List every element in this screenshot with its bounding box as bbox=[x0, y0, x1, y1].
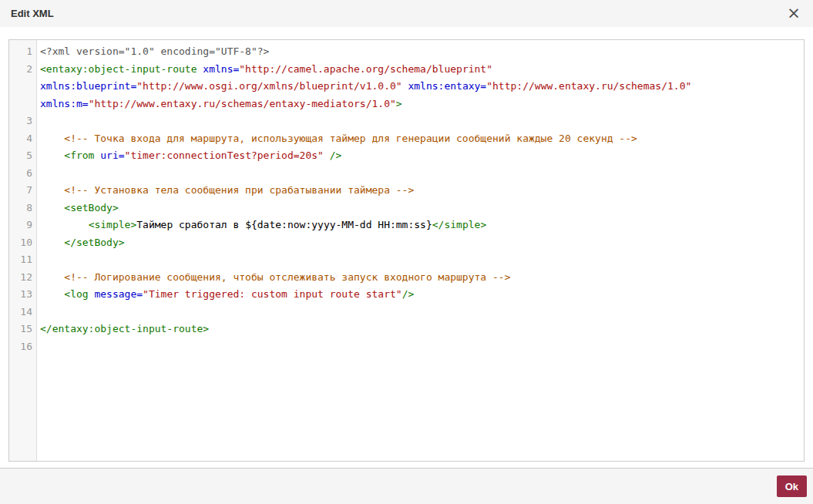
line-number: 1 bbox=[9, 43, 37, 61]
line-number: 8 bbox=[9, 200, 37, 217]
code-line[interactable]: 5 <from uri="timer:connectionTest?period… bbox=[9, 147, 804, 165]
code-line[interactable]: 1<?xml version="1.0" encoding="UTF-8"?> bbox=[9, 43, 804, 61]
code-line-text: <!-- Логирование сообщения, чтобы отслеж… bbox=[37, 269, 804, 287]
dialog-header: Edit XML × bbox=[0, 0, 813, 27]
dialog-body: 1<?xml version="1.0" encoding="UTF-8"?>2… bbox=[0, 27, 813, 468]
line-number: 3 bbox=[9, 113, 37, 130]
line-number: 6 bbox=[9, 165, 37, 183]
code-line-text: <?xml version="1.0" encoding="UTF-8"?> bbox=[37, 43, 804, 61]
code-line[interactable]: 4 <!-- Точка входа для маршрута, использ… bbox=[9, 130, 804, 148]
code-line[interactable]: 9 <simple>Таймер сработал в ${date:now:y… bbox=[9, 217, 804, 234]
line-number: 9 bbox=[9, 217, 37, 234]
close-button[interactable]: × bbox=[784, 4, 804, 24]
code-line[interactable]: 6 bbox=[9, 165, 804, 183]
code-line-text bbox=[37, 338, 804, 356]
code-line[interactable]: 8 <setBody> bbox=[9, 200, 804, 217]
code-line-text: <log message="Timer triggered: custom in… bbox=[37, 286, 804, 304]
code-line[interactable]: 13 <log message="Timer triggered: custom… bbox=[9, 286, 804, 304]
ok-button[interactable]: Ok bbox=[777, 475, 807, 497]
line-number: 16 bbox=[9, 338, 37, 356]
code-line[interactable]: 15</entaxy:object-input-route> bbox=[9, 321, 804, 338]
line-number: 10 bbox=[9, 234, 37, 252]
code-area[interactable]: 1<?xml version="1.0" encoding="UTF-8"?>2… bbox=[9, 40, 804, 355]
line-number: 14 bbox=[9, 304, 37, 321]
dialog-footer: Ok bbox=[0, 468, 813, 504]
code-line-text: <simple>Таймер сработал в ${date:now:yyy… bbox=[37, 217, 804, 234]
line-number: 15 bbox=[9, 321, 37, 338]
line-number: 12 bbox=[9, 269, 37, 287]
code-line-text: <setBody> bbox=[37, 200, 804, 217]
code-line-text bbox=[37, 304, 804, 321]
line-number: 11 bbox=[9, 251, 37, 269]
close-icon: × bbox=[787, 5, 801, 22]
dialog-title: Edit XML bbox=[11, 8, 54, 19]
code-line-text: <entaxy:object-input-route xmlns="http:/… bbox=[37, 61, 804, 113]
code-line-text: <!-- Установка тела сообщения при срабат… bbox=[37, 182, 804, 200]
code-line[interactable]: 14 bbox=[9, 304, 804, 321]
code-line[interactable]: 11 bbox=[9, 251, 804, 269]
code-line-text bbox=[37, 251, 804, 269]
xml-code-editor[interactable]: 1<?xml version="1.0" encoding="UTF-8"?>2… bbox=[8, 39, 805, 462]
code-line-text: <!-- Точка входа для маршрута, использую… bbox=[37, 130, 804, 148]
code-line[interactable]: 3 bbox=[9, 113, 804, 130]
code-line-text: </setBody> bbox=[37, 234, 804, 252]
code-line[interactable]: 12 <!-- Логирование сообщения, чтобы отс… bbox=[9, 269, 804, 287]
line-number: 4 bbox=[9, 130, 37, 148]
code-line[interactable]: 16 bbox=[9, 338, 804, 356]
line-number: 5 bbox=[9, 147, 37, 165]
code-line-text bbox=[37, 113, 804, 130]
code-line[interactable]: 7 <!-- Установка тела сообщения при сраб… bbox=[9, 182, 804, 200]
line-number: 2 bbox=[9, 61, 37, 113]
code-line[interactable]: 10 </setBody> bbox=[9, 234, 804, 252]
code-line-text: <from uri="timer:connectionTest?period=2… bbox=[37, 147, 804, 165]
code-line-text bbox=[37, 165, 804, 183]
code-line-text: </entaxy:object-input-route> bbox=[37, 321, 804, 338]
edit-xml-dialog: Edit XML × 1<?xml version="1.0" encoding… bbox=[0, 0, 813, 504]
line-number: 13 bbox=[9, 286, 37, 304]
line-number: 7 bbox=[9, 182, 37, 200]
code-line[interactable]: 2<entaxy:object-input-route xmlns="http:… bbox=[9, 61, 804, 113]
